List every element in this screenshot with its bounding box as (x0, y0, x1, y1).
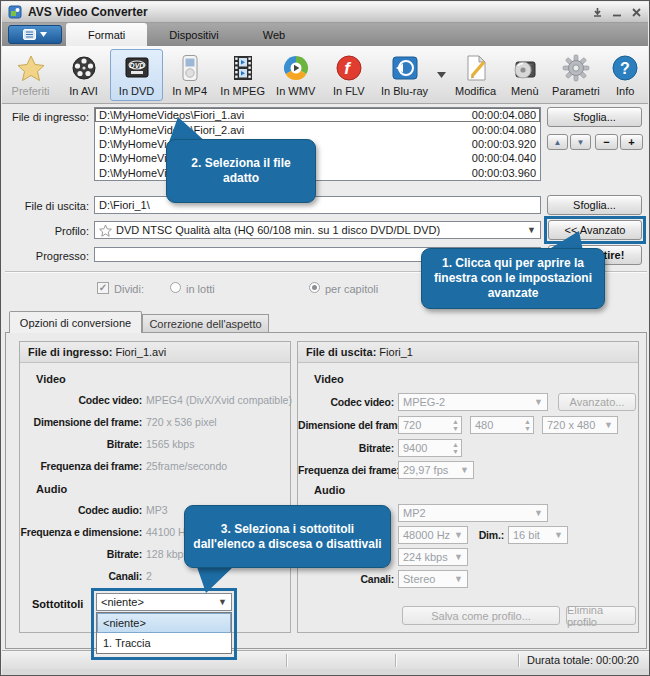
chevron-down-icon: ▼ (554, 530, 563, 540)
framerate-select: 29,97 fps▼ (398, 461, 474, 479)
video-bitrate-stepper: 9400▲▼ (398, 439, 462, 457)
toolbar-in-wmv-button[interactable]: In WMV (269, 49, 322, 101)
film-reel-icon (69, 53, 99, 83)
file-row[interactable]: D:\MyHomeVideos\Fiori_4.avi 00:00:04.040 (95, 151, 540, 165)
toolbar-preferiti-button[interactable]: Preferiti (4, 49, 57, 101)
split-batch-radio (170, 282, 181, 293)
toolbar-modifica-button[interactable]: Modifica (449, 49, 502, 101)
edit-document-icon (461, 53, 491, 83)
spinner-arrows-icon: ▲▼ (452, 441, 459, 455)
chevron-down-icon: ▼ (454, 574, 463, 584)
total-duration-label: Durata totale: 00:00:20 (527, 654, 639, 666)
disc-menu-icon (510, 53, 540, 83)
media-player-icon (175, 53, 205, 83)
video-section-heading: Video (36, 373, 66, 385)
info-icon: ? (610, 53, 640, 83)
output-panel-header: File di uscita: Fiori_1 (298, 342, 638, 363)
flv-icon: f (334, 53, 364, 83)
filmstrip-icon (228, 53, 258, 83)
output-settings-panel: File di uscita: Fiori_1 Video Codec vide… (297, 341, 639, 633)
callout-step2: 2. Seleziona il file adatto (166, 139, 316, 203)
toolbar-in-mpeg-button[interactable]: In MPEG (216, 49, 269, 101)
browse-input-button[interactable]: Sfoglia... (547, 107, 642, 127)
toolbar-in-avi-button[interactable]: In AVI (57, 49, 110, 101)
audio-bit-depth-select: 16 bit▼ (508, 526, 568, 544)
star-outline-icon (99, 224, 112, 237)
toolbar-in-dvd-button[interactable]: DVD In DVD (110, 49, 163, 101)
output-video-codec-select: MPEG-2▼ (398, 393, 548, 411)
profile-select[interactable]: DVD NTSC Qualità alta (HQ 60/108 min. su… (94, 221, 541, 239)
input-panel-header: File di ingresso: Fiori_1.avi (20, 342, 290, 363)
arrow-up-icon: ▲ (554, 138, 562, 147)
audio-bitrate-select: 224 kbps▼ (398, 548, 468, 566)
input-files-label: File di ingresso: (5, 111, 89, 123)
chevron-down-icon: ▼ (604, 420, 613, 430)
main-tab-bar: Formati Dispositivi Web (2, 23, 648, 46)
toolbar-in-flv-button[interactable]: f In FLV (322, 49, 375, 101)
toolbar-in-mp4-button[interactable]: In MP4 (163, 49, 216, 101)
video-advanced-button: Avanzato... (558, 393, 636, 411)
app-window: AVS Video Converter Formati Dispositiv (0, 0, 650, 676)
toolbar-info-button[interactable]: ? Info (604, 49, 646, 101)
callout-step3: 3. Seleziona i sottotitoli dall'elenco a… (184, 505, 391, 568)
stay-on-top-icon[interactable] (592, 7, 603, 18)
title-bar: AVS Video Converter (2, 2, 648, 23)
subtitles-label: Sottotitoli (32, 598, 83, 610)
tab-dispositivi[interactable]: Dispositivi (147, 23, 241, 46)
callout-step3-tail (193, 565, 243, 595)
tab-conversion-options[interactable]: Opzioni di conversione (9, 311, 142, 333)
audio-section-heading: Audio (36, 483, 67, 495)
split-chapters-radio (309, 282, 320, 293)
chevron-down-icon: ▼ (454, 552, 463, 562)
main-menu-button[interactable] (8, 25, 62, 44)
split-batch-label: in lotti (186, 283, 215, 295)
output-file-label: File di uscita: (5, 200, 89, 212)
add-file-button[interactable]: + (620, 134, 643, 150)
frame-height-stepper: 480▲▼ (470, 416, 534, 434)
split-checkbox: ✓ (97, 282, 109, 294)
profile-label: Profilo: (5, 225, 89, 237)
chevron-down-icon (437, 72, 446, 78)
chevron-down-icon: ▼ (460, 465, 469, 475)
tab-aspect-correction[interactable]: Correzione dell'aspetto (142, 314, 269, 333)
move-up-button[interactable]: ▲ (547, 134, 568, 150)
tab-formati[interactable]: Formati (66, 23, 147, 46)
menu-icon (23, 29, 36, 40)
arrow-down-icon: ▼ (577, 138, 585, 147)
callout-step1: 1. Clicca qui per aprire la finestra con… (421, 248, 605, 309)
browse-output-button[interactable]: Sfoglia... (547, 195, 642, 215)
remove-file-button[interactable]: − (595, 134, 618, 150)
delete-profile-button: Elimina profilo (566, 606, 636, 625)
close-icon[interactable] (631, 7, 642, 18)
plus-icon: + (628, 136, 634, 148)
progress-label: Progresso: (5, 250, 89, 262)
split-checkbox-label: Dividi: (114, 283, 144, 295)
more-formats-arrow[interactable] (434, 49, 449, 101)
tab-web[interactable]: Web (241, 23, 307, 46)
toolbar-parametri-button[interactable]: Parametri (548, 49, 605, 101)
bluray-icon (390, 53, 420, 83)
toolbar-menu-button[interactable]: Menù (502, 49, 547, 101)
minimize-icon[interactable] (612, 7, 622, 18)
window-title: AVS Video Converter (28, 5, 148, 19)
split-chapters-label: per capitoli (325, 283, 378, 295)
file-duration: 00:00:04.040 (472, 152, 536, 164)
spinner-arrows-icon: ▲▼ (524, 418, 531, 432)
dvd-icon: DVD (122, 53, 152, 83)
chevron-down-icon: ▼ (527, 225, 536, 235)
window-frame-bottom (2, 669, 650, 676)
format-toolbar: Preferiti In AVI DVD In DVD (2, 46, 648, 104)
star-icon (16, 53, 46, 83)
output-audio-codec-select: MP2▼ (398, 504, 548, 522)
toolbar-in-bluray-button[interactable]: In Blu-ray (375, 49, 434, 101)
file-row[interactable]: D:\MyHomeVideos\Fiori_5.avi 00:00:03.960 (95, 166, 540, 180)
file-duration: 00:00:03.960 (472, 167, 536, 179)
audio-frequency-select: 48000 Hz▼ (398, 526, 468, 544)
file-duration: 00:00:04.080 (472, 124, 536, 136)
spinner-arrows-icon: ▲▼ (452, 418, 459, 432)
frame-width-stepper: 720▲▼ (398, 416, 462, 434)
output-path-input[interactable]: D:\Fiori_1\ (94, 196, 541, 214)
move-down-button[interactable]: ▼ (570, 134, 591, 150)
svg-text:DVD: DVD (129, 61, 144, 68)
frame-preset-select: 720 x 480▼ (542, 416, 618, 434)
